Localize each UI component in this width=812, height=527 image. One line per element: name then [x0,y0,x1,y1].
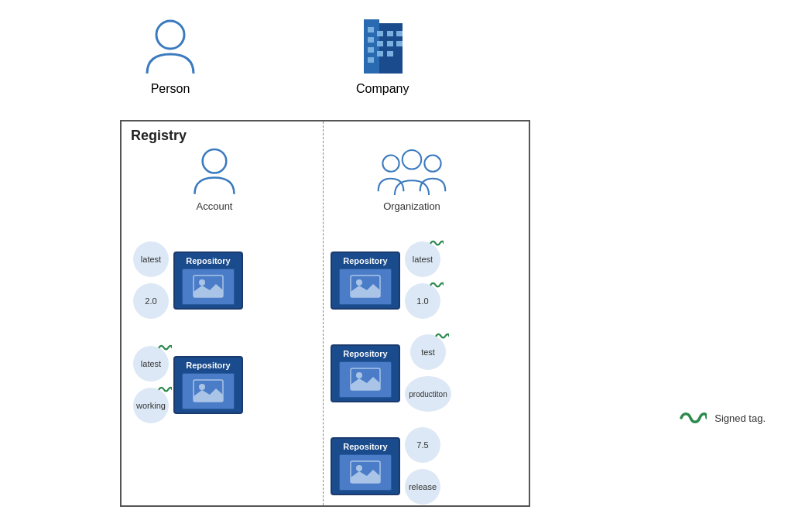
svg-point-15 [203,149,227,173]
svg-point-26 [356,372,362,378]
right-image-icon-1 [350,275,381,298]
right-image-icon-3 [350,460,381,484]
left-repo-1-tags-left: latest 2.0 [133,241,169,319]
company-label: Company [356,82,409,96]
left-repo-2-row: latest working [133,346,243,423]
svg-rect-10 [387,31,393,36]
svg-point-17 [199,279,205,286]
tag-test: test [410,334,446,370]
wavy-icon-r2a [435,331,449,340]
account-group: Account [191,145,238,212]
tag-working: working [133,388,169,423]
svg-rect-9 [377,51,383,56]
tag-latest-2: latest [133,346,169,382]
person-group: Person [143,15,197,96]
left-repo-2-tags-left: latest working [133,346,169,423]
signed-wavy-1-0 [430,280,444,291]
svg-rect-4 [368,37,374,43]
tag-2-0: 2.0 [133,283,169,319]
right-repo-1-row: Repository latest [331,241,440,319]
signed-wavy-latest2 [158,343,172,354]
right-repo-2-row: Repository test [331,334,451,412]
signed-wavy-test [435,331,449,342]
repo-image-1 [182,269,235,305]
registry-divider [323,121,324,505]
image-icon-2 [193,379,224,402]
svg-point-19 [199,384,205,390]
signed-wavy-latest-r1 [430,238,444,249]
signed-wavy-working [158,385,172,395]
account-label: Account [197,200,233,212]
svg-rect-7 [377,31,383,36]
right-repo-image-2 [339,361,392,398]
image-icon-1 [193,275,224,298]
tag-7-5: 7.5 [405,427,440,463]
svg-rect-3 [368,27,374,33]
registry-box: Registry Account latest 2.0 Repository [120,120,530,507]
tag-production: productiton [405,376,451,412]
svg-point-22 [403,150,422,169]
company-icon [358,15,408,77]
right-repo-3-row: Repository 7.5 release [331,427,440,505]
wavy-icon-2 [158,385,172,394]
tag-1-0: 1.0 [405,283,440,319]
wavy-icon-r1b [430,280,444,289]
left-repo-card-1: Repository [173,252,243,310]
org-icon [377,145,447,197]
person-label: Person [151,82,190,96]
right-image-icon-2 [350,368,381,391]
right-repo-card-3: Repository [331,437,400,495]
account-icon [191,145,238,197]
svg-rect-8 [377,41,383,46]
svg-point-0 [156,21,184,49]
right-repo-image-1 [339,269,392,305]
wavy-icon [158,343,172,352]
svg-point-21 [424,156,440,172]
company-group: Company [356,15,409,96]
svg-rect-6 [368,57,374,63]
svg-rect-13 [396,31,403,36]
svg-point-20 [382,156,399,172]
diagram: Person Company Registry [0,0,812,527]
person-icon [143,15,197,77]
right-repo-card-2: Repository [331,344,400,402]
tag-release: release [405,469,440,505]
org-group: Organization [377,145,447,212]
right-repo-1-tags: latest 1.0 [405,241,440,319]
repo-image-2 [182,373,235,409]
legend-label: Signed tag. [714,412,766,424]
svg-point-28 [356,465,362,471]
right-repo-3-tags: 7.5 release [405,427,440,505]
legend: Signed tag. [679,409,766,426]
svg-rect-11 [387,41,393,46]
org-label: Organization [383,200,440,212]
svg-point-24 [356,279,362,286]
right-repo-2-tags: test productiton [405,334,451,412]
tag-latest-1: latest [133,241,169,277]
right-repo-card-1: Repository [331,252,400,310]
svg-rect-14 [396,41,403,46]
left-repo-1-row: latest 2.0 Repository [133,241,243,319]
tag-latest-r1: latest [405,241,440,277]
svg-rect-5 [368,47,374,53]
wavy-icon-r1a [430,238,444,248]
svg-rect-12 [387,51,393,56]
left-repo-card-2: Repository [173,356,243,414]
registry-title: Registry [131,128,187,144]
right-repo-image-3 [339,454,392,491]
legend-wavy-icon [679,409,707,426]
